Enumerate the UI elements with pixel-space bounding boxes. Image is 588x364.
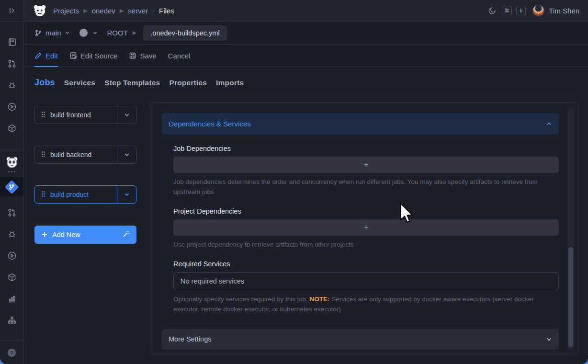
job-item-build-product[interactable]: build product — [34, 185, 136, 204]
stats-chart-icon[interactable] — [7, 294, 17, 304]
breadcrumb-onedev[interactable]: onedev — [92, 7, 115, 15]
sidebar-divider — [0, 149, 23, 150]
required-services-label: Required Services — [173, 260, 559, 268]
scrollbar-thumb[interactable] — [568, 247, 573, 347]
more-settings-section-header[interactable]: More Settings — [162, 329, 559, 350]
app-window: ? Projects ▶ onedev ▶ — [0, 0, 588, 364]
dependencies-services-section-header[interactable]: Dependencies & Services — [162, 113, 559, 135]
tab-imports[interactable]: Imports — [216, 79, 244, 87]
job-dependencies-helper: Job dependencies determines the order an… — [173, 177, 559, 197]
tab-edit[interactable]: Edit — [34, 45, 58, 67]
onedev-logo-icon[interactable] — [33, 3, 47, 18]
chevron-right-icon: ▶ — [133, 30, 136, 36]
job-item-build-frontend[interactable]: build frontend — [34, 106, 136, 124]
hierarchy-icon[interactable] — [7, 315, 17, 326]
path-root-link[interactable]: ROOT — [107, 29, 128, 37]
user-name[interactable]: Tim Shen — [549, 7, 579, 15]
tab-save[interactable]: Save — [129, 45, 156, 67]
commit-status-dot[interactable] — [79, 29, 88, 37]
section-tabs: Jobs Services Step Templates Properties … — [34, 78, 578, 88]
required-services-value: No required services — [181, 277, 244, 285]
chevron-down-icon[interactable] — [92, 30, 98, 35]
breadcrumb: Projects ▶ onedev ▶ server · Files — [53, 7, 174, 15]
code-diamond-icon — [5, 180, 19, 194]
panel-scrollbar[interactable] — [567, 108, 574, 350]
job-list: build frontend build backend — [34, 102, 136, 353]
job-menu-button[interactable] — [117, 146, 136, 163]
packages-icon[interactable] — [7, 272, 17, 283]
sidebar: ? — [0, 0, 24, 364]
more-dots-icon[interactable] — [8, 171, 15, 172]
tab-step-templates[interactable]: Step Templates — [104, 79, 160, 87]
builds-play-icon[interactable] — [7, 102, 17, 112]
tab-cancel[interactable]: Cancel — [168, 45, 191, 67]
plus-icon: + — [364, 223, 369, 232]
builds-play-icon[interactable] — [7, 250, 17, 261]
plus-icon — [41, 231, 48, 238]
topbar: Projects ▶ onedev ▶ server · Files ⌘ k T… — [24, 0, 588, 22]
required-services-field[interactable]: No required services — [173, 272, 559, 290]
project-dependencies-add-button[interactable]: + — [173, 219, 559, 236]
chevron-right-icon: ▶ — [120, 8, 124, 14]
job-label: build backend — [50, 151, 91, 159]
tab-jobs[interactable]: Jobs — [34, 78, 55, 88]
project-dependencies-helper: Use project dependency to retrieve artif… — [173, 240, 559, 250]
files-book-icon[interactable] — [7, 37, 17, 47]
bug-icon[interactable] — [7, 229, 17, 239]
required-services-helper: Optionally specify services required by … — [173, 295, 559, 315]
breadcrumb-projects[interactable]: Projects — [53, 7, 79, 15]
kbd-k[interactable]: k — [516, 6, 526, 15]
tab-edit-source[interactable]: Edit Source — [69, 45, 118, 67]
job-menu-button[interactable] — [117, 106, 136, 124]
project-dependencies-label: Project Dependencies — [173, 207, 559, 215]
branch-selector[interactable]: main — [34, 29, 70, 37]
chevron-down-icon — [546, 336, 552, 342]
magic-wand-icon — [122, 230, 130, 239]
section-divider — [34, 94, 578, 94]
drag-handle-icon[interactable] — [41, 191, 45, 199]
add-new-job-button[interactable]: Add New — [34, 226, 136, 244]
job-dependencies-add-button[interactable]: + — [173, 157, 559, 173]
buildspec-editor: Jobs Services Step Templates Properties … — [24, 67, 588, 364]
breadcrumb-server[interactable]: server — [128, 7, 148, 15]
kbd-cmd[interactable]: ⌘ — [502, 6, 512, 15]
svg-text:?: ? — [10, 350, 13, 355]
job-dependencies-label: Job Dependencies — [173, 145, 559, 152]
dark-mode-moon-icon[interactable] — [487, 5, 498, 16]
job-menu-button[interactable] — [117, 186, 136, 203]
help-icon[interactable]: ? — [7, 347, 17, 358]
pull-request-icon[interactable] — [7, 207, 17, 218]
file-name-chip[interactable]: .onedev-buildspec.yml — [143, 25, 226, 41]
plus-icon: + — [364, 160, 369, 170]
job-item-build-backend[interactable]: build backend — [34, 146, 136, 164]
branch-name: main — [45, 29, 61, 37]
drag-handle-icon[interactable] — [41, 151, 45, 159]
sidebar-item-code-selected[interactable] — [0, 177, 23, 196]
chevron-up-icon — [546, 121, 552, 127]
edit-toolbar: Edit Edit Source Save Cancel — [24, 45, 588, 67]
bug-icon[interactable] — [7, 80, 17, 91]
drag-handle-icon[interactable] — [41, 111, 45, 119]
expand-sidebar-icon[interactable] — [7, 5, 17, 16]
job-detail-panel: Dependencies & Services Job Dependencies… — [150, 102, 578, 353]
packages-icon[interactable] — [7, 123, 17, 134]
note-badge: NOTE: — [309, 296, 329, 303]
tab-properties[interactable]: Properties — [169, 79, 207, 87]
breadcrumb-files: Files — [159, 7, 174, 15]
project-avatar-panda[interactable] — [6, 156, 18, 169]
job-label: build frontend — [50, 111, 91, 119]
user-avatar[interactable] — [532, 5, 544, 17]
branch-bar: main ROOT ▶ .onedev-buildspec.yml — [24, 22, 588, 45]
tab-services[interactable]: Services — [64, 79, 95, 87]
dot-separator: · — [152, 7, 155, 15]
job-label: build product — [50, 191, 89, 198]
chevron-down-icon — [65, 30, 70, 35]
chevron-right-icon: ▶ — [83, 8, 87, 14]
pull-request-icon[interactable] — [7, 58, 17, 69]
